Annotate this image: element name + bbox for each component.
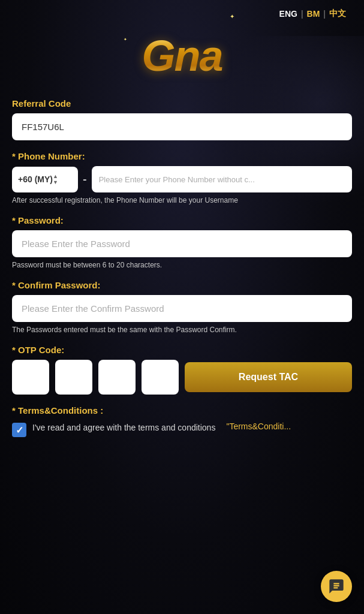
terms-link[interactable]: "Terms&Conditi...: [226, 422, 291, 431]
confirm-password-input[interactable]: [12, 295, 352, 322]
password-input[interactable]: [12, 230, 352, 257]
referral-code-label: Referral Code: [12, 98, 352, 109]
chevron-up-down-icon: ▲ ▼: [53, 174, 58, 185]
logo-area: Gna: [12, 25, 352, 98]
otp-box-3[interactable]: [98, 360, 136, 395]
terms-text: I've read and agree with the terms and c…: [32, 422, 215, 434]
country-selector[interactable]: +60 (MY) ▲ ▼: [12, 167, 78, 192]
chat-icon: [328, 578, 345, 595]
password-hint: Password must be between 6 to 20 charact…: [12, 261, 352, 269]
phone-number-section: * Phone Number: +60 (MY) ▲ ▼ - After suc…: [12, 151, 352, 204]
phone-hint: After successful registration, the Phone…: [12, 196, 352, 204]
lang-bm[interactable]: BM: [307, 9, 320, 19]
otp-box-4[interactable]: [142, 360, 179, 395]
referral-code-section: Referral Code: [12, 98, 352, 140]
phone-dash: -: [82, 173, 88, 186]
password-label: * Password:: [12, 215, 352, 225]
confirm-password-section: * Confirm Password: The Passwords entere…: [12, 280, 352, 334]
password-section: * Password: Password must be between 6 t…: [12, 215, 352, 269]
otp-row: Request TAC: [12, 360, 352, 395]
otp-box-2[interactable]: [55, 360, 92, 395]
phone-row: +60 (MY) ▲ ▼ -: [12, 166, 352, 192]
otp-box-1[interactable]: [12, 360, 49, 395]
terms-label: * Terms&Conditions :: [12, 405, 352, 416]
lang-sep-2: |: [323, 9, 326, 19]
phone-number-input[interactable]: [92, 166, 352, 192]
lang-eng[interactable]: ENG: [279, 9, 297, 19]
chat-button[interactable]: [321, 571, 352, 602]
phone-number-label: * Phone Number:: [12, 151, 352, 161]
confirm-password-hint: The Passwords entered must be the same w…: [12, 326, 352, 334]
country-code-text: +60 (MY): [18, 174, 53, 184]
terms-section: * Terms&Conditions : ✓ I've read and agr…: [12, 405, 352, 437]
logo-text: Gna: [142, 32, 222, 80]
lang-cn[interactable]: 中文: [329, 8, 346, 19]
language-bar: ENG | BM | 中文: [12, 0, 352, 25]
otp-section: * OTP Code: Request TAC: [12, 345, 352, 395]
otp-label: * OTP Code:: [12, 345, 352, 355]
referral-code-input[interactable]: [12, 113, 352, 140]
lang-sep-1: |: [301, 9, 303, 19]
check-icon: ✓: [16, 425, 23, 436]
terms-row: ✓ I've read and agree with the terms and…: [12, 422, 352, 437]
request-tac-button[interactable]: Request TAC: [185, 362, 352, 392]
confirm-password-label: * Confirm Password:: [12, 280, 352, 290]
terms-checkbox[interactable]: ✓: [12, 423, 26, 437]
